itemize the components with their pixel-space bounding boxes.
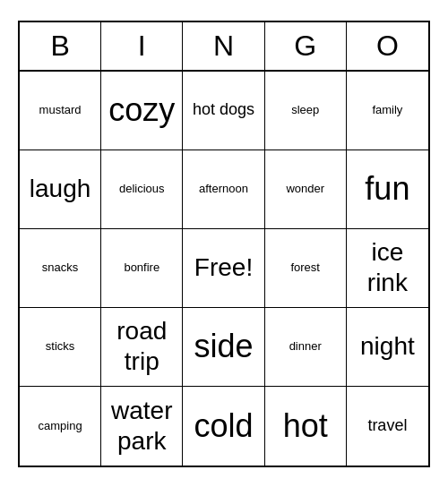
- cell-text-13: forest: [290, 261, 320, 275]
- bingo-cell-12: Free!: [183, 229, 264, 308]
- cell-text-2: hot dogs: [193, 100, 254, 120]
- bingo-cell-23: hot: [265, 387, 347, 466]
- bingo-cell-11: bonfire: [101, 229, 183, 308]
- bingo-cell-20: camping: [20, 387, 101, 466]
- cell-text-21: water park: [105, 396, 178, 456]
- cell-text-7: afternoon: [199, 182, 248, 196]
- bingo-cell-24: travel: [347, 387, 428, 466]
- cell-text-10: snacks: [42, 261, 78, 275]
- cell-text-12: Free!: [194, 252, 253, 283]
- cell-text-4: family: [372, 103, 402, 117]
- cell-text-3: sleep: [291, 103, 319, 117]
- cell-text-18: dinner: [289, 339, 322, 354]
- bingo-cell-19: night: [347, 308, 428, 387]
- cell-text-20: camping: [39, 419, 82, 433]
- bingo-cell-3: sleep: [265, 72, 347, 150]
- header-letter-O: O: [347, 22, 428, 70]
- header-letter-I: I: [101, 22, 183, 70]
- bingo-cell-1: cozy: [101, 72, 183, 150]
- cell-text-15: sticks: [46, 339, 75, 354]
- cell-text-23: hot: [283, 406, 328, 445]
- cell-text-19: night: [360, 331, 415, 362]
- bingo-cell-14: ice rink: [347, 229, 428, 308]
- cell-text-1: cozy: [108, 90, 175, 129]
- header-letter-G: G: [265, 22, 347, 70]
- bingo-cell-2: hot dogs: [183, 72, 264, 150]
- bingo-cell-22: cold: [183, 387, 264, 466]
- cell-text-6: delicious: [119, 182, 165, 196]
- cell-text-0: mustard: [39, 103, 82, 117]
- bingo-cell-7: afternoon: [183, 150, 264, 229]
- bingo-cell-9: fun: [347, 150, 428, 229]
- bingo-cell-18: dinner: [265, 308, 347, 387]
- cell-text-17: side: [194, 327, 253, 365]
- bingo-cell-8: wonder: [265, 150, 347, 229]
- header-letter-B: B: [20, 22, 101, 70]
- cell-text-24: travel: [367, 416, 407, 436]
- header-letter-N: N: [183, 22, 264, 70]
- bingo-cell-4: family: [347, 72, 428, 150]
- bingo-grid: mustardcozyhot dogssleepfamilylaughdelic…: [20, 72, 428, 466]
- cell-text-14: ice rink: [350, 237, 425, 297]
- cell-text-8: wonder: [286, 182, 324, 196]
- cell-text-9: fun: [365, 169, 409, 208]
- bingo-cell-21: water park: [101, 387, 183, 466]
- bingo-header: BINGO: [20, 22, 428, 72]
- cell-text-22: cold: [194, 406, 253, 445]
- bingo-cell-16: road trip: [101, 308, 183, 387]
- bingo-cell-6: delicious: [101, 150, 183, 229]
- bingo-cell-17: side: [183, 308, 264, 387]
- bingo-cell-0: mustard: [20, 72, 101, 150]
- bingo-card: BINGO mustardcozyhot dogssleepfamilylaug…: [18, 21, 430, 467]
- cell-text-5: laugh: [30, 174, 91, 204]
- bingo-cell-15: sticks: [20, 308, 101, 387]
- cell-text-11: bonfire: [124, 261, 159, 275]
- bingo-cell-5: laugh: [20, 150, 101, 229]
- bingo-cell-10: snacks: [20, 229, 101, 308]
- cell-text-16: road trip: [105, 316, 178, 376]
- bingo-cell-13: forest: [265, 229, 347, 308]
